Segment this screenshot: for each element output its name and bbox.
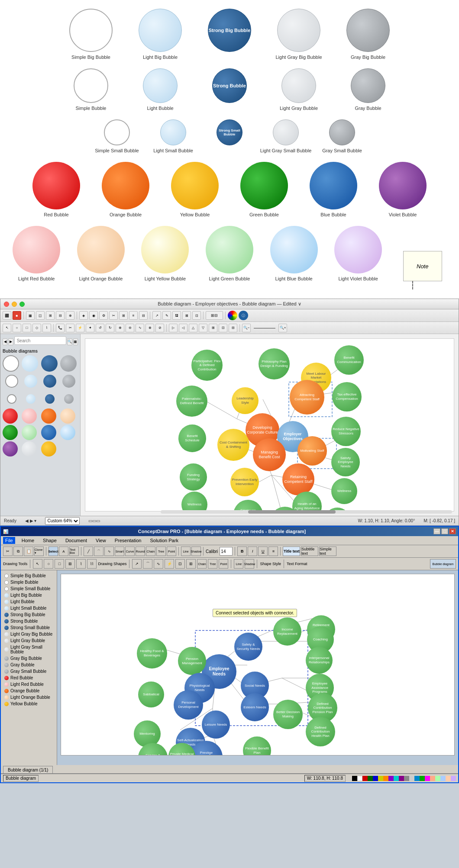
menu-file[interactable]: File: [3, 537, 15, 544]
node-satisfy[interactable]: Satisfy Employee Needs: [331, 448, 360, 476]
bubble-strong-sm[interactable]: Strong Small Bubble: [217, 119, 242, 145]
bubble-light[interactable]: [143, 68, 178, 103]
node-cost-containment[interactable]: Cost Containment & Shifting: [217, 429, 249, 461]
bubble-orange[interactable]: [102, 162, 149, 209]
sidebar-search-input[interactable]: [14, 336, 66, 345]
node-reduce-negative[interactable]: Reduce Negative Stressors: [331, 417, 361, 446]
bubble-lightgray-sm-item[interactable]: Light Gray Small Bubble: [258, 119, 314, 153]
tb-btn-11[interactable]: ✂: [109, 311, 118, 320]
node-benefit-schedule[interactable]: Benefit Schedule: [178, 424, 206, 452]
tb2-btn-9[interactable]: ✦: [86, 324, 94, 332]
win-tb2-chain[interactable]: Chain: [197, 559, 207, 569]
panel-item-yellow[interactable]: Yellow Bubble: [3, 701, 55, 707]
menu-shape[interactable]: Shape: [41, 537, 59, 544]
bubble-strong[interactable]: Strong Bubble: [212, 68, 247, 103]
palette-violet[interactable]: [388, 776, 394, 781]
panel-item-simple-bubble[interactable]: Simple Bubble: [3, 579, 55, 585]
tb2-zoom-out[interactable]: 🔍−: [242, 324, 251, 332]
tb2-btn-13[interactable]: ⊖: [126, 324, 134, 332]
win-tb2-8[interactable]: ⌒: [143, 559, 152, 569]
node-emp-assist-1[interactable]: Employee Assistance Program: [233, 500, 263, 511]
tb2-btn-19[interactable]: △: [189, 324, 197, 332]
zoom-select[interactable]: Custom 64% 50% 75% 100%: [45, 517, 80, 525]
sb-red[interactable]: [3, 408, 18, 424]
palette-lavender[interactable]: [451, 776, 456, 781]
bubble-light-big-item[interactable]: Light Big Bubble: [126, 9, 195, 60]
win-node-interpersonal[interactable]: Interpersonal Relationships: [306, 647, 333, 674]
menu-presentation[interactable]: Presentation: [113, 537, 144, 544]
node-wellness2[interactable]: Wellness: [331, 478, 357, 504]
palette-green[interactable]: [368, 776, 373, 781]
palette-magenta[interactable]: [425, 776, 430, 781]
win-tb-italic[interactable]: I: [248, 547, 257, 556]
win-tb-point[interactable]: Point: [167, 547, 176, 556]
palette-periwinkle[interactable]: [440, 776, 446, 781]
bubble-light-big[interactable]: [139, 9, 182, 52]
win-tb-paste[interactable]: 📋: [24, 547, 33, 556]
palette-orange[interactable]: [383, 776, 388, 781]
win-tb-line[interactable]: ╱: [84, 547, 93, 556]
tb2-btn-5[interactable]: ⌇: [42, 324, 51, 332]
bubble-simple-big[interactable]: [69, 9, 113, 52]
bubble-lightgray[interactable]: [281, 68, 316, 103]
bubble-light-blue-item[interactable]: Light Blue Bubble: [262, 226, 326, 281]
win-canvas-inner[interactable]: Connect selected objects with connector.…: [61, 574, 455, 755]
panel-item-light[interactable]: Light Bubble: [3, 598, 55, 605]
win-tb-line2[interactable]: Line: [181, 547, 191, 556]
bubble-green[interactable]: [240, 162, 288, 209]
sb-green[interactable]: [3, 425, 18, 440]
win-tb-curve[interactable]: Curve: [125, 547, 135, 556]
win-node-defined-hp[interactable]: Defined Contribution Health Plan: [306, 717, 335, 746]
win-node-income-replace[interactable]: Income Replacement: [273, 617, 301, 646]
win-tb-round[interactable]: Round: [136, 547, 145, 556]
menu-home[interactable]: Home: [19, 537, 36, 544]
mac-close-btn[interactable]: [4, 302, 9, 307]
tb-btn-14[interactable]: ⊟: [139, 311, 148, 320]
tb-btn-7[interactable]: ⊕: [66, 311, 74, 320]
sb-simple-sm[interactable]: [7, 394, 16, 404]
bubble-lightgray-big-item[interactable]: Light Gray Big Bubble: [264, 9, 333, 60]
panel-item-gray-small[interactable]: Gray Small Bubble: [3, 668, 55, 675]
palette-lightgray[interactable]: [409, 776, 414, 781]
palette-peach[interactable]: [446, 776, 451, 781]
win-tb2-tree[interactable]: Tree: [208, 559, 217, 569]
tb-btn-16[interactable]: ✎: [162, 311, 171, 320]
win-tb-bubble-diag[interactable]: Bubble diagram: [430, 559, 456, 569]
node-attracting[interactable]: Attracting Competent Staff: [290, 380, 324, 415]
color-palette-strip[interactable]: [352, 775, 456, 782]
tb-btn-5[interactable]: ⊞: [46, 311, 55, 320]
tb-btn-18[interactable]: ⊠: [182, 311, 191, 320]
tb2-btn-22[interactable]: ⊡: [219, 324, 227, 332]
tb-btn-3[interactable]: ▦: [26, 311, 35, 320]
node-benefit-comm[interactable]: Benefit Communication: [334, 345, 364, 375]
sb-simple[interactable]: [5, 375, 18, 388]
tb2-btn-6[interactable]: 📞: [56, 324, 65, 332]
palette-skyblue[interactable]: [414, 776, 420, 781]
tb2-btn-18[interactable]: ◁: [179, 324, 187, 332]
panel-item-light-big[interactable]: Light Big Bubble: [3, 592, 55, 598]
h-scrollbar[interactable]: [161, 510, 452, 514]
bubble-simple-big-item[interactable]: Simple Big Bubble: [56, 9, 126, 60]
win-tb2-point[interactable]: Point: [219, 559, 228, 569]
sb-lightgray[interactable]: [22, 441, 37, 457]
bubble-light-item[interactable]: Light Bubble: [126, 68, 195, 111]
sb-light-blue[interactable]: [60, 425, 75, 440]
mac-canvas[interactable]: Participative: Flex & Defined Contributi…: [81, 334, 459, 516]
h-scrollbar-thumb[interactable]: [248, 510, 336, 514]
bubble-light-orange-item[interactable]: Light Orange Bubble: [69, 226, 133, 281]
panel-item-light-orange[interactable]: Light Orange Bubble: [3, 694, 55, 701]
node-philosophy[interactable]: Philosophy Plan Design & Funding: [259, 348, 290, 379]
sb-light-sm[interactable]: [26, 394, 36, 404]
bubble-light-blue[interactable]: [270, 226, 318, 273]
tb2-btn-11[interactable]: ↻: [106, 324, 114, 332]
bubble-blue-item[interactable]: Blue Bubble: [299, 162, 368, 217]
win-minimize-btn[interactable]: —: [433, 528, 440, 534]
win-node-pension-mgmt[interactable]: Pension Management: [178, 647, 206, 675]
bubble-gray-big[interactable]: [346, 9, 390, 52]
bubble-strong-big-item[interactable]: Strong Big Bubble Strong Big Bubble: [195, 9, 264, 60]
win-node-decision-making[interactable]: Better Decision Making: [273, 700, 303, 729]
tb-btn-15[interactable]: ↗: [152, 311, 161, 320]
tb-btn-1[interactable]: ⬛: [3, 311, 11, 320]
tb-btn-10[interactable]: ⚙: [99, 311, 108, 320]
node-leadership[interactable]: Leadership Style: [232, 387, 259, 414]
